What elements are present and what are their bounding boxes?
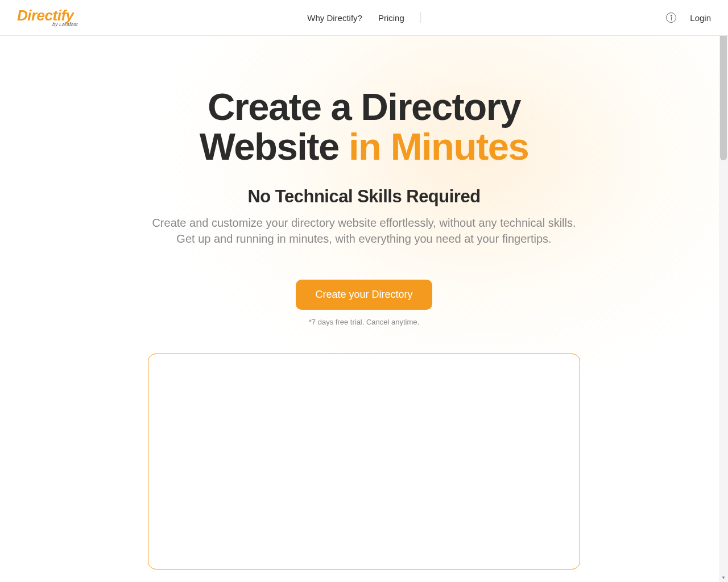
scrollbar-down-icon[interactable]: ▼ [719,573,728,582]
nav-divider [420,12,421,23]
hero-title: Create a Directory Website in Minutes [85,87,643,167]
hero-section: Create a Directory Website in Minutes No… [85,36,643,326]
preview-frame [148,354,580,569]
site-header: Directify by Larafast Why Directify? Pri… [0,0,728,36]
logo-text: Directify [17,8,74,23]
hero-subtitle: No Technical Skills Required [85,186,643,207]
hero-description: Create and customize your directory webs… [148,215,580,247]
nav-why-directify[interactable]: Why Directify? [307,13,362,23]
logo-link[interactable]: Directify by Larafast [17,8,78,27]
logo-subtext: by Larafast [52,22,78,27]
cta-section: Create your Directory *7 days free trial… [85,280,643,326]
scrollbar[interactable]: ▼ [719,0,728,582]
nav-pricing[interactable]: Pricing [378,13,404,23]
login-link[interactable]: Login [690,13,711,23]
create-directory-button[interactable]: Create your Directory [296,280,432,310]
hero-title-line1: Create a Directory [208,85,520,128]
info-icon[interactable] [666,13,676,23]
cta-note: *7 days free trial. Cancel anytime. [85,318,643,326]
header-right: Login [666,13,711,23]
hero-title-line2a: Website [200,125,349,168]
main-nav: Why Directify? Pricing [307,12,421,23]
hero-title-accent: in Minutes [349,125,528,168]
